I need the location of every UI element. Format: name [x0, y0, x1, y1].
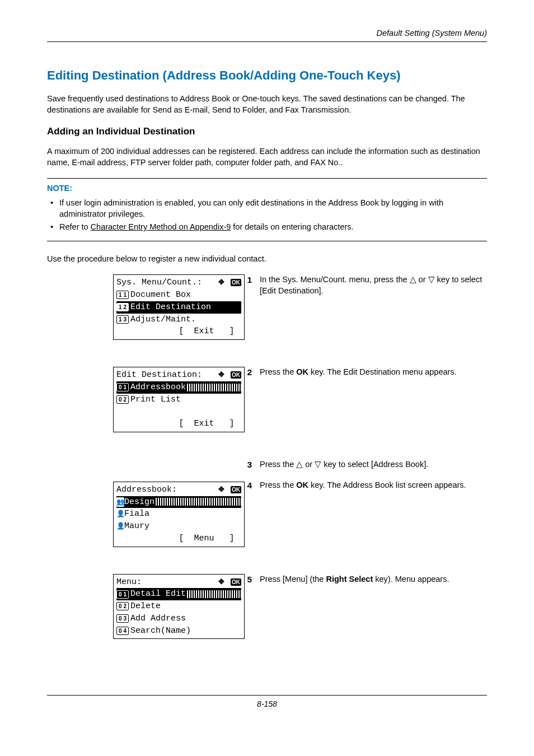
page-header: Default Setting (System Menu) — [47, 28, 487, 42]
nav-arrows-icon: ✥ — [218, 370, 224, 379]
subheading: Adding an Individual Destination — [47, 125, 487, 138]
step-2: 2 Press the OK key. The Edit Destination… — [237, 367, 487, 379]
header-section: Default Setting (System Menu) — [377, 29, 487, 38]
lcd2-softkey: [ Exit ] — [116, 418, 241, 430]
lead-paragraph: Use the procedure below to register a ne… — [47, 254, 487, 265]
lcd2-title: Edit Destination: — [116, 369, 202, 381]
page-footer: 8-158 — [47, 695, 487, 710]
lcd3-row-2: 👤Fiala — [116, 508, 241, 520]
lcd2-row-2: 0 2 Print List — [116, 394, 241, 406]
lcd2-row-1-selected: 0 1 Addressbook — [116, 381, 241, 394]
lcd3-softkey: [ Menu ] — [116, 533, 241, 545]
person-icon: 👤 — [116, 521, 124, 531]
steps-area: Sys. Menu/Count.: ✥ OK 1 1 Document Box … — [47, 274, 487, 656]
nav-arrows-icon: ✥ — [218, 485, 224, 493]
selection-hatch-icon — [187, 384, 241, 391]
lcd-panel-3: Addressbook: ✥ OK 👥Design 👤Fiala 👤Maury … — [113, 482, 245, 547]
triangle-down-icon: ▽ — [315, 460, 321, 469]
lcd1-row-2-selected: 1 2 Edit Destination — [116, 301, 241, 314]
nav-arrows-icon: ✥ — [218, 577, 224, 586]
lcd1-title: Sys. Menu/Count.: — [116, 277, 202, 289]
selection-hatch-icon — [156, 498, 241, 506]
lcd4-row-4: 0 4 Search(Name) — [116, 625, 241, 637]
selection-hatch-icon — [187, 590, 241, 598]
page-number: 8-158 — [257, 699, 277, 708]
note-box: NOTE: If user login administration is en… — [47, 178, 487, 241]
lcd1-softkey: [ Exit ] — [116, 325, 241, 338]
lcd1-row-1: 1 1 Document Box — [116, 289, 241, 301]
note-item-2: Refer to Character Entry Method on Appen… — [47, 222, 487, 233]
lcd3-row-1-selected: 👥Design — [116, 496, 241, 508]
lcd-panel-1: Sys. Menu/Count.: ✥ OK 1 1 Document Box … — [113, 274, 245, 340]
lcd4-row-2: 0 2 Delete — [116, 600, 241, 613]
note-title: NOTE: — [47, 183, 487, 194]
body-paragraph: A maximum of 200 individual addresses ca… — [47, 146, 487, 168]
step-5: 5 Press [Menu] (the Right Select key). M… — [237, 574, 487, 586]
lcd-panel-4: Menu: ✥ OK 0 1 Detail Edit 0 2 Delete 0 … — [113, 574, 245, 640]
page-title: Editing Destination (Address Book/Adding… — [47, 67, 487, 84]
person-icon: 👤 — [116, 509, 124, 519]
lcd3-row-3: 👤Maury — [116, 520, 241, 533]
lcd4-row-1-selected: 0 1 Detail Edit — [116, 588, 241, 600]
lcd1-row-3: 1 3 Adjust/Maint. — [116, 314, 241, 326]
step-4: 4 Press the OK key. The Address Book lis… — [237, 480, 487, 492]
intro-paragraph: Save frequently used destinations to Add… — [47, 94, 487, 115]
lcd-panel-2: Edit Destination: ✥ OK 0 1 Addressbook 0… — [113, 367, 245, 432]
triangle-down-icon: ▽ — [428, 275, 435, 284]
note-item-1: If user login administration is enabled,… — [47, 198, 487, 220]
triangle-up-icon: △ — [296, 460, 303, 469]
lcd4-title: Menu: — [116, 576, 142, 589]
note-xref-link[interactable]: Character Entry Method on Appendix-9 — [91, 222, 231, 231]
step-3: 3 Press the △ or ▽ key to select [Addres… — [237, 459, 487, 471]
lcd4-row-3: 0 3 Add Address — [116, 613, 241, 625]
group-icon: 👥 — [116, 497, 124, 507]
nav-arrows-icon: ✥ — [218, 278, 224, 286]
step-1: 1 In the Sys. Menu/Count. menu, press th… — [237, 274, 487, 296]
lcd3-title: Addressbook: — [116, 484, 177, 496]
note-list: If user login administration is enabled,… — [47, 198, 487, 233]
triangle-up-icon: △ — [410, 275, 416, 284]
